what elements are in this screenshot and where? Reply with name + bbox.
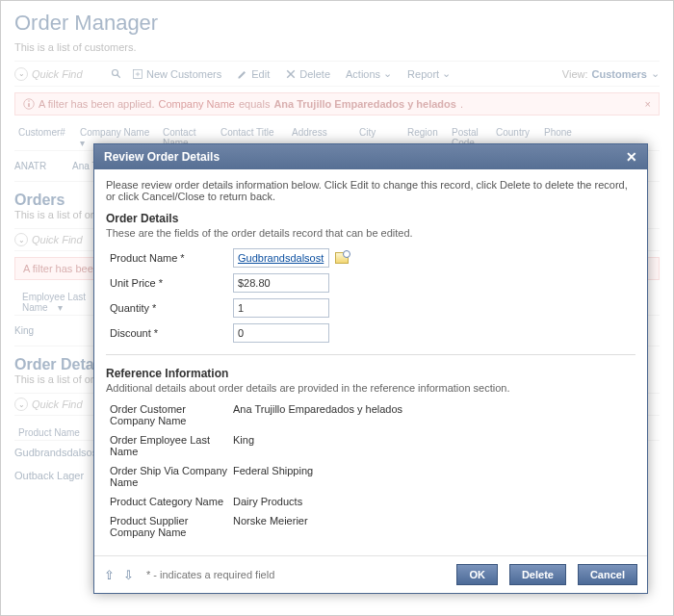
ref-employee-value: King	[233, 434, 254, 457]
dialog-titlebar[interactable]: Review Order Details ✕	[94, 144, 647, 169]
dialog-intro: Please review order details information …	[106, 179, 635, 202]
ref-employee-label: Order Employee Last Name	[106, 434, 233, 457]
prev-record-icon[interactable]: ⇧	[104, 568, 117, 581]
ref-category-value: Dairy Products	[233, 496, 302, 507]
discount-label: Discount *	[106, 327, 233, 339]
close-button[interactable]: ✕	[626, 150, 637, 164]
review-dialog: Review Order Details ✕ Please review ord…	[93, 143, 648, 594]
cancel-button[interactable]: Cancel	[578, 564, 637, 585]
ref-supplier-label: Product Supplier Company Name	[106, 515, 233, 538]
reference-heading: Reference Information	[106, 367, 635, 380]
required-hint: * - indicates a required field	[146, 569, 274, 580]
product-name-field[interactable]: Gudbrandsdalsost	[233, 248, 329, 268]
ref-supplier-value: Norske Meierier	[233, 515, 308, 538]
reference-sub: Additional details about order details a…	[106, 382, 635, 394]
ref-shipvia-label: Order Ship Via Company Name	[106, 465, 233, 488]
ref-customer-label: Order Customer Company Name	[106, 403, 233, 426]
discount-field[interactable]	[233, 323, 329, 343]
order-details-sub: These are the fields of the order detail…	[106, 227, 635, 239]
quantity-label: Quantity *	[106, 302, 233, 314]
order-details-heading: Order Details	[106, 212, 635, 225]
product-name-label: Product Name *	[106, 252, 233, 264]
dialog-footer: ⇧ ⇩ * - indicates a required field OK De…	[94, 555, 647, 593]
quantity-field[interactable]	[233, 298, 329, 318]
unit-price-label: Unit Price *	[106, 277, 233, 289]
ref-shipvia-value: Federal Shipping	[233, 465, 313, 488]
unit-price-field[interactable]	[233, 273, 329, 293]
delete-button[interactable]: Delete	[509, 564, 566, 585]
next-record-icon[interactable]: ⇩	[123, 568, 137, 581]
lookup-icon[interactable]	[335, 252, 349, 264]
dialog-title: Review Order Details	[104, 150, 220, 164]
ref-customer-value: Ana Trujillo Emparedados y helados	[233, 403, 402, 426]
ref-category-label: Product Category Name	[106, 496, 233, 507]
ok-button[interactable]: OK	[456, 564, 498, 585]
